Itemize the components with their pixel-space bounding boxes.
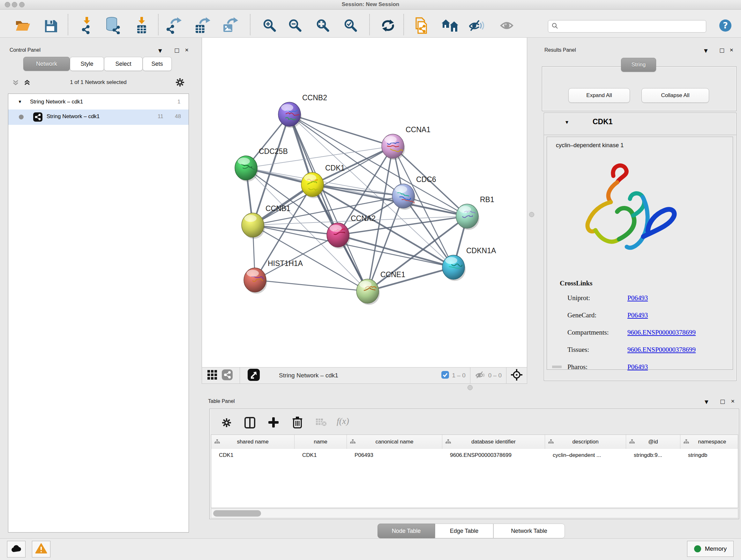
column-header-database-identifier[interactable]: database identifier — [442, 435, 545, 449]
show-all-icon[interactable] — [498, 16, 517, 35]
network-edge-CCNB2-CCNA1[interactable] — [289, 114, 393, 146]
network-options-gear-icon[interactable] — [175, 77, 185, 89]
export-network-icon[interactable] — [165, 16, 183, 35]
column-header-namespace[interactable]: namespace — [680, 435, 738, 449]
network-row-label: String Network – cdk1 — [47, 113, 99, 120]
import-table-icon[interactable] — [132, 16, 151, 35]
table-cell[interactable]: stringdb:9... — [626, 449, 680, 462]
tree-expand-icon[interactable]: ▼ — [18, 99, 22, 104]
export-table-icon[interactable] — [193, 16, 212, 35]
float-panel-icon[interactable]: □ — [719, 47, 724, 53]
collapse-panel-icon[interactable]: ▼ — [158, 48, 162, 54]
warning-status-button[interactable] — [32, 541, 51, 557]
gene-collapse-icon[interactable]: ▼ — [564, 119, 569, 125]
network-row-selected[interactable]: String Network – cdk1 11 48 — [8, 110, 189, 125]
memory-button[interactable]: Memory — [687, 541, 734, 557]
crosslink-link[interactable]: P06493 — [627, 363, 648, 371]
column-header-description[interactable]: description — [545, 435, 626, 449]
tab-string-results[interactable]: String — [621, 58, 656, 72]
new-network-from-selection-icon[interactable] — [411, 16, 430, 35]
birdseye-view-icon[interactable] — [248, 369, 260, 382]
scrollbar-thumb[interactable] — [213, 510, 261, 516]
close-panel-icon[interactable]: ✕ — [731, 398, 735, 404]
delete-table-icon[interactable] — [316, 418, 327, 428]
table-settings-gear-icon[interactable] — [221, 417, 232, 429]
float-panel-icon[interactable]: □ — [174, 47, 179, 53]
table-cell[interactable]: P06493 — [347, 449, 442, 462]
network-node-CDKN1A[interactable]: CDKN1A — [442, 246, 496, 281]
center-view-crosshair-icon[interactable] — [510, 368, 523, 382]
hide-selected-icon[interactable] — [467, 16, 485, 35]
network-node-CCNB2[interactable]: CCNB2 — [278, 94, 327, 128]
tab-network-table[interactable]: Network Table — [493, 523, 565, 538]
zoom-selected-icon[interactable] — [341, 16, 360, 35]
tab-node-table[interactable]: Node Table — [378, 523, 435, 538]
collapse-all-networks-icon[interactable] — [11, 78, 20, 88]
hidden-eye-icon[interactable] — [475, 370, 486, 381]
network-node-HIST1H1A[interactable]: HIST1H1A — [244, 259, 303, 294]
zoom-fit-icon[interactable] — [314, 16, 332, 35]
import-network-database-icon[interactable] — [104, 16, 122, 35]
expand-all-button[interactable]: Expand All — [568, 88, 630, 103]
title-bar: Session: New Session — [0, 0, 741, 10]
gene-details-box: ▼ CDK1 cyclin–dependent kinase 1 CrossLi… — [544, 113, 737, 381]
network-collection-row[interactable]: ▼ String Network – cdk1 1 — [8, 96, 189, 110]
table-cell[interactable]: 9606.ENSP00000378699 — [442, 449, 545, 462]
network-edge-CDK1-RB1[interactable] — [313, 185, 467, 216]
open-session-icon[interactable] — [14, 16, 32, 35]
expand-all-networks-icon[interactable] — [23, 78, 31, 88]
apply-layout-icon[interactable] — [379, 16, 397, 35]
tab-network[interactable]: Network — [23, 57, 70, 71]
float-panel-icon[interactable]: □ — [720, 398, 725, 405]
save-session-icon[interactable] — [41, 16, 60, 35]
network-node-CCNA1[interactable]: CCNA1 — [382, 125, 430, 160]
collapse-all-button[interactable]: Collapse All — [642, 88, 709, 103]
column-header-canonical-name[interactable]: canonical name — [347, 435, 442, 449]
crosslink-link[interactable]: 9606.ENSP00000378699 — [627, 346, 696, 354]
grid-mode-icon[interactable] — [207, 370, 217, 381]
column-header--id[interactable]: @id — [626, 435, 680, 449]
export-image-icon[interactable] — [221, 16, 240, 35]
table-cell[interactable]: stringdb — [680, 449, 738, 462]
network-edge-CCNA2-HIST1H1A[interactable] — [255, 235, 338, 280]
table-cell[interactable]: CDK1 — [211, 449, 294, 462]
network-canvas[interactable]: CCNB2 CCNA1 CDC25B CDK1 CDC6 — [202, 38, 527, 367]
zoom-out-icon[interactable] — [286, 16, 305, 35]
tab-select[interactable]: Select — [104, 57, 143, 71]
control-panel-title: Control Panel — [10, 47, 41, 53]
crosslink-link[interactable]: P06493 — [627, 311, 648, 319]
help-icon[interactable]: ? — [716, 16, 735, 35]
show-columns-icon[interactable] — [244, 417, 256, 430]
search-box[interactable] — [548, 20, 706, 33]
network-view-share-icon[interactable] — [222, 369, 232, 381]
tab-style[interactable]: Style — [70, 57, 104, 71]
table-cell[interactable]: cyclin–dependent ... — [545, 449, 626, 462]
table-cell[interactable]: CDK1 — [294, 449, 347, 462]
first-neighbors-icon[interactable] — [441, 16, 459, 35]
table-hscrollbar[interactable] — [211, 509, 738, 518]
close-panel-icon[interactable]: ✕ — [730, 47, 734, 53]
selected-nodes-checkbox[interactable] — [441, 371, 449, 380]
crosslink-link[interactable]: P06493 — [627, 294, 648, 302]
network-node-RB1[interactable]: RB1 — [456, 195, 494, 230]
tab-edge-table[interactable]: Edge Table — [435, 523, 493, 538]
search-input[interactable] — [558, 23, 706, 30]
add-column-icon[interactable] — [268, 417, 279, 429]
cloud-status-button[interactable] — [7, 541, 25, 557]
network-edge-CCNB1-CCNA2[interactable] — [253, 225, 338, 235]
function-builder-icon[interactable]: f(x) — [337, 416, 349, 426]
strip-separator — [506, 367, 507, 384]
horizontal-splitter-handle[interactable] — [468, 385, 473, 390]
inner-scrollbar-thumb[interactable] — [552, 366, 562, 368]
zoom-in-icon[interactable] — [260, 16, 279, 35]
collapse-panel-icon[interactable]: ▼ — [704, 399, 709, 405]
column-header-shared-name[interactable]: shared name — [211, 435, 294, 449]
tab-sets[interactable]: Sets — [143, 57, 172, 71]
strip-separator — [240, 367, 240, 384]
crosslink-link[interactable]: 9606.ENSP00000378699 — [627, 328, 696, 336]
collapse-panel-icon[interactable]: ▼ — [704, 48, 708, 54]
close-panel-icon[interactable]: ✕ — [185, 47, 189, 53]
delete-column-trash-icon[interactable] — [292, 416, 303, 430]
column-header-name[interactable]: name — [294, 435, 347, 449]
import-network-file-icon[interactable] — [78, 16, 96, 35]
